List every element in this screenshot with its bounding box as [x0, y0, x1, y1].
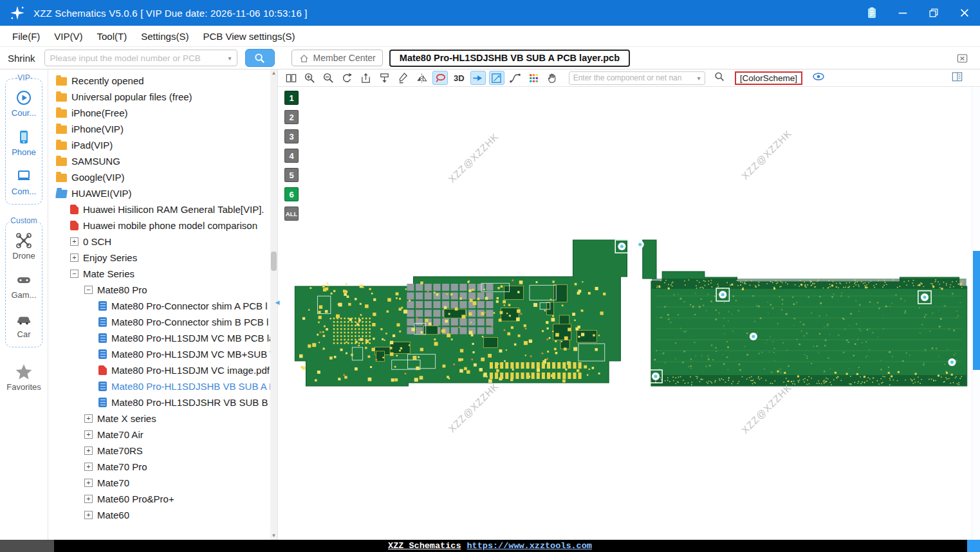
layer-button-6[interactable]: 6 — [284, 187, 299, 201]
shrink-button[interactable]: Shrink — [8, 53, 35, 64]
tree-item[interactable]: +Mate X series — [48, 410, 270, 427]
viewer-scrollbar-thumb[interactable] — [973, 251, 980, 370]
net-search-input[interactable] — [573, 73, 695, 82]
tree-item[interactable]: +Mate70 — [48, 475, 270, 491]
tree-item[interactable]: −Mate80 Pro — [48, 282, 270, 298]
collapse-minus-icon[interactable]: − — [70, 270, 79, 278]
layer-button-5[interactable]: 5 — [284, 168, 299, 182]
expand-plus-icon[interactable]: + — [84, 463, 93, 471]
maximize-button[interactable] — [927, 6, 940, 19]
tree-item[interactable]: Universal popular files (free) — [48, 89, 270, 105]
export-top-button[interactable] — [358, 71, 373, 85]
search-button[interactable] — [245, 49, 275, 67]
tree-scrollbar-thumb[interactable] — [271, 252, 277, 271]
red-circle-tool-button[interactable] — [432, 71, 448, 85]
scroll-down-icon[interactable]: ▼ — [270, 532, 277, 540]
expand-plus-icon[interactable]: + — [84, 414, 93, 423]
tree-item[interactable]: Mate80 Pro-Connector shim A PCB l — [48, 298, 270, 314]
model-search-input[interactable] — [50, 53, 226, 63]
scroll-up-icon[interactable]: ▲ — [270, 69, 277, 77]
crosshair-box-button[interactable] — [489, 71, 504, 85]
tree-item[interactable]: iPad(VIP) — [48, 137, 270, 153]
layer-button-2[interactable]: 2 — [284, 110, 299, 124]
tree-item[interactable]: +Enjoy Series — [48, 250, 270, 266]
tree-item[interactable]: Mate80 Pro-Connector shim B PCB l — [48, 314, 270, 330]
expand-plus-icon[interactable]: + — [84, 495, 93, 503]
expand-plus-icon[interactable]: + — [70, 253, 79, 262]
tree-item[interactable]: Mate80 Pro-HL1SDJM VC image.pdf — [48, 362, 270, 378]
net-search-icon[interactable] — [714, 71, 725, 85]
tree-item[interactable]: Mate80 Pro-HL1SDJSHB VB SUB A P — [48, 378, 270, 394]
status-url-link[interactable]: https://www.xzztools.com — [467, 541, 591, 551]
sidebar-item-game[interactable]: Gam... — [11, 271, 36, 300]
sidebar-item-computer[interactable]: Com... — [12, 168, 36, 196]
color-dots-button[interactable] — [526, 71, 542, 85]
expand-plus-icon[interactable]: + — [84, 511, 93, 519]
brush-tool-button[interactable] — [395, 71, 411, 85]
close-document-button[interactable] — [956, 51, 968, 64]
tree-item[interactable]: +Mate60 Pro&Pro+ — [48, 491, 270, 507]
pan-hand-button[interactable] — [545, 71, 560, 85]
zoom-out-button[interactable] — [320, 71, 336, 85]
zoom-in-button[interactable] — [302, 71, 317, 85]
sidebar-item-phone[interactable]: Phone — [12, 129, 36, 157]
tree-item[interactable]: Huawei Hisilicon RAM General Table[VIP]. — [48, 201, 270, 217]
chevron-down-icon[interactable]: ▾ — [698, 75, 701, 82]
menu-item[interactable]: Tool(T) — [90, 28, 134, 44]
sidebar-item-car[interactable]: Car — [15, 311, 32, 339]
tree-item[interactable]: iPhone(VIP) — [48, 121, 270, 137]
tree-item[interactable]: Huawei mobile phone model comparison — [48, 217, 270, 234]
export-bottom-button[interactable] — [376, 71, 392, 85]
net-search-box[interactable]: ▾ — [569, 71, 705, 85]
chevron-down-icon[interactable]: ▾ — [228, 55, 232, 62]
menu-item[interactable]: VIP(V) — [47, 28, 89, 44]
rotate-view-button[interactable] — [339, 71, 355, 85]
split-view-button[interactable] — [283, 71, 299, 85]
model-search-box[interactable]: ▾ — [44, 50, 237, 66]
side-panel-toggle-icon[interactable] — [951, 71, 963, 86]
document-tab[interactable]: Mate80 Pro-HL1SDJSHB VB SUB A PCB layer.… — [389, 50, 630, 67]
tree-item[interactable]: SAMSUNG — [48, 153, 270, 169]
view-3d-button[interactable]: 3D — [451, 71, 467, 85]
expand-plus-icon[interactable]: + — [84, 446, 93, 455]
tree-item[interactable]: Mate80 Pro-HL1SDJM VC MB PCB la — [48, 330, 270, 346]
visibility-eye-icon[interactable] — [812, 70, 825, 86]
tree-item[interactable]: +Mate60 — [48, 507, 270, 523]
sidebar-item-favorites[interactable]: Favorites — [6, 363, 41, 392]
tree-item[interactable]: +Mate70 Pro — [48, 459, 270, 475]
layer-button-3[interactable]: 3 — [284, 129, 299, 143]
menu-item[interactable]: File(F) — [5, 28, 47, 44]
tree-item[interactable]: HUAWEI(VIP) — [48, 185, 270, 201]
collapse-minus-icon[interactable]: − — [84, 286, 93, 294]
layer-button-4[interactable]: 4 — [284, 149, 299, 163]
tree-item[interactable]: +Mate70 Air — [48, 427, 270, 443]
menu-item[interactable]: PCB View settings(S) — [196, 28, 302, 44]
layer-button-1[interactable]: 1 — [284, 91, 299, 105]
tree-item[interactable]: Recently opened — [48, 73, 270, 89]
tree-item[interactable]: Mate80 Pro-HL1SDJSHR VB SUB B P — [48, 394, 270, 410]
tree-item[interactable]: Mate80 Pro-HL1SDJM VC MB+SUB V — [48, 346, 270, 362]
minimize-button[interactable] — [896, 6, 909, 19]
expand-plus-icon[interactable]: + — [70, 237, 79, 246]
sidebar-item-drone[interactable]: Drone — [12, 232, 35, 261]
tree-item[interactable]: iPhone(Free) — [48, 105, 270, 121]
expand-plus-icon[interactable]: + — [84, 479, 93, 487]
expand-plus-icon[interactable]: + — [84, 430, 93, 439]
sidebar-item-courses[interactable]: Cour... — [12, 89, 36, 118]
member-center-button[interactable]: Member Center — [291, 50, 383, 66]
tree-item[interactable]: Google(VIP) — [48, 169, 270, 185]
license-icon[interactable] — [865, 6, 878, 19]
layer-button-all[interactable]: ALL — [284, 207, 299, 221]
close-button[interactable] — [958, 6, 971, 19]
collapse-tree-handle[interactable]: ◀ — [273, 293, 281, 311]
menu-item[interactable]: Settings(S) — [134, 28, 196, 44]
pcb-canvas[interactable]: XZZ@XZZHKXZZ@XZZHKXZZ@XZZHKXZZ@XZZHK 123… — [278, 87, 980, 540]
tree-item[interactable]: −Mate Series — [48, 266, 270, 282]
jump-arrow-button[interactable] — [470, 71, 486, 85]
tree-item[interactable]: +0 SCH — [48, 234, 270, 250]
color-scheme-button[interactable]: [ColorScheme] — [735, 71, 802, 85]
tree-item[interactable]: +Mate70RS — [48, 443, 270, 459]
viewer-scrollbar[interactable] — [972, 87, 980, 540]
curve-tool-button[interactable] — [508, 71, 523, 85]
mirror-horizontal-button[interactable] — [414, 71, 429, 85]
